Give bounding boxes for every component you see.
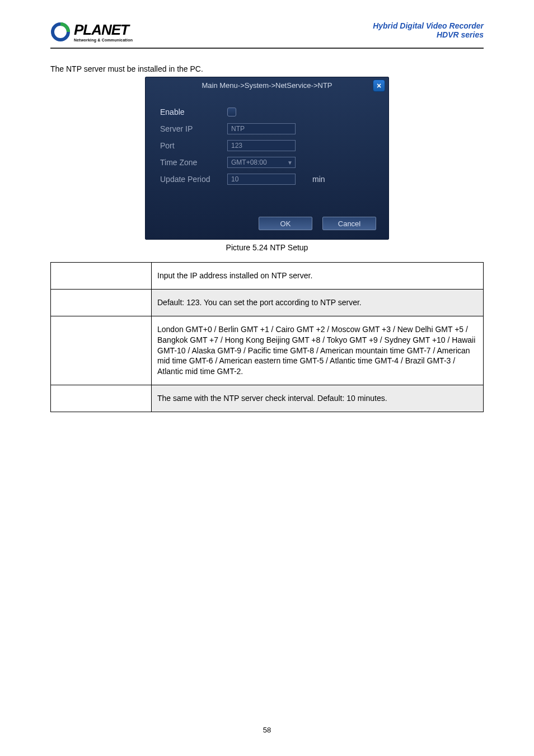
port-input[interactable] <box>227 140 296 151</box>
ok-button[interactable]: OK <box>259 217 312 230</box>
doc-title-line2: HDVR series <box>373 30 484 39</box>
table-val-1: Input the IP address installed on NTP se… <box>152 263 484 290</box>
server-ip-label: Server IP <box>160 124 227 133</box>
chevron-down-icon: ▼ <box>287 160 293 166</box>
doc-title: Hybrid Digital Video Recorder HDVR serie… <box>373 21 484 39</box>
figure-caption: Picture 5.24 NTP Setup <box>50 243 484 252</box>
table-val-3: London GMT+0 / Berlin GMT +1 / Cairo GMT… <box>152 316 484 385</box>
doc-title-line1: Hybrid Digital Video Recorder <box>373 21 484 30</box>
logo-subtitle: Networking & Communication <box>74 38 133 42</box>
enable-checkbox[interactable] <box>227 108 236 116</box>
timezone-select[interactable]: GMT+08:00 ▼ <box>227 157 296 168</box>
update-period-label: Update Period <box>160 175 227 184</box>
close-button[interactable]: × <box>373 80 385 92</box>
enable-label: Enable <box>160 108 227 116</box>
page-header: PLANET Networking & Communication Hybrid… <box>50 21 484 49</box>
intro-text: The NTP server must be installed in the … <box>50 64 484 73</box>
cancel-button[interactable]: Cancel <box>322 217 376 230</box>
table-val-2: Default: 123. You can set the port accor… <box>152 289 484 316</box>
update-period-unit: min <box>312 175 325 184</box>
description-table: Input the IP address installed on NTP se… <box>50 262 484 412</box>
logo: PLANET Networking & Communication <box>50 21 133 42</box>
logo-text: PLANET <box>74 21 133 39</box>
server-ip-input[interactable] <box>227 123 296 134</box>
dialog-title: Main Menu->System->NetService->NTP <box>202 81 332 90</box>
port-label: Port <box>160 141 227 150</box>
table-val-4: The same with the NTP server check inter… <box>152 385 484 412</box>
table-key-4 <box>51 385 152 412</box>
ntp-dialog: Main Menu->System->NetService->NTP × Ena… <box>145 77 389 240</box>
dialog-title-bar: Main Menu->System->NetService->NTP × <box>146 77 388 94</box>
table-key-2 <box>51 289 152 316</box>
table-key-3 <box>51 316 152 385</box>
close-icon: × <box>377 81 381 90</box>
update-period-input[interactable] <box>227 174 296 185</box>
globe-icon <box>50 22 71 42</box>
page-number: 58 <box>50 726 484 744</box>
table-key-1 <box>51 263 152 290</box>
timezone-label: Time Zone <box>160 158 227 167</box>
timezone-value: GMT+08:00 <box>231 158 267 166</box>
